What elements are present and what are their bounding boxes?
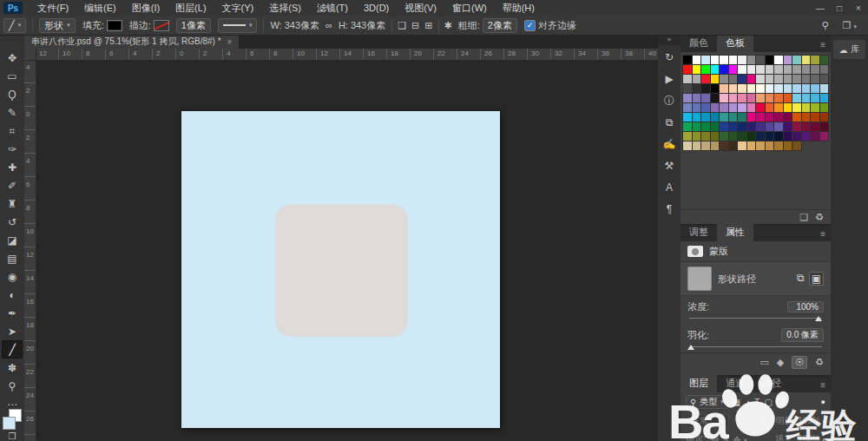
color-swatch[interactable] <box>729 132 738 141</box>
tool-preset-picker[interactable]: ╱ ▾ <box>3 18 26 33</box>
tool-presets-panel-icon[interactable]: ⚒ <box>660 156 679 175</box>
gear-icon[interactable]: ✱ <box>442 20 455 31</box>
color-swatch[interactable] <box>802 84 811 93</box>
mask-edge-icon[interactable]: ▣ <box>809 272 824 286</box>
color-swatch[interactable] <box>802 132 811 141</box>
rounded-rectangle-shape[interactable] <box>275 204 408 337</box>
feather-slider[interactable]: 羽化: 0.0 像素 <box>681 324 831 352</box>
opacity-control[interactable]: 不透明度: 100% ▾ <box>759 415 825 427</box>
path-selection-tool[interactable]: ➤ <box>2 322 23 340</box>
color-swatch[interactable] <box>701 132 710 141</box>
color-swatch[interactable] <box>756 56 765 64</box>
color-swatch[interactable] <box>784 94 792 102</box>
color-swatch[interactable] <box>784 75 792 83</box>
color-swatch[interactable] <box>711 103 720 112</box>
brush-tool[interactable]: ✐ <box>2 176 23 194</box>
filter-shape-layers-icon[interactable]: ▢ <box>764 398 772 407</box>
color-swatch[interactable] <box>693 103 701 112</box>
horizontal-ruler[interactable]: 1210864202468101214161820222426283032343… <box>36 49 658 61</box>
color-swatch[interactable] <box>784 142 792 150</box>
filter-smart-objects-icon[interactable]: ❐ <box>777 398 785 407</box>
color-swatch[interactable] <box>802 113 811 122</box>
color-swatch[interactable] <box>683 132 692 141</box>
ruler-origin[interactable] <box>24 49 36 61</box>
color-swatch[interactable] <box>766 103 774 112</box>
actions-panel-icon[interactable]: ▶ <box>660 69 679 89</box>
color-swatch[interactable] <box>711 132 720 141</box>
color-swatch[interactable] <box>820 65 829 74</box>
color-swatch[interactable] <box>774 132 783 141</box>
color-swatch[interactable] <box>747 132 756 141</box>
color-swatch[interactable] <box>756 122 765 131</box>
tab-channels[interactable]: 通道 <box>717 375 753 392</box>
color-swatch[interactable] <box>701 113 710 122</box>
color-swatch[interactable] <box>683 56 692 64</box>
color-swatch[interactable] <box>701 65 710 74</box>
color-swatch[interactable] <box>738 75 746 83</box>
document-tab[interactable]: 串讲八作业.psd @ 75.1%(矩形 1 拷贝, RGB/8#) * × <box>24 35 240 49</box>
color-swatch[interactable] <box>792 142 801 150</box>
add-mask-icon[interactable]: ⧉ <box>797 272 805 286</box>
color-swatch[interactable] <box>784 103 792 112</box>
color-swatch[interactable] <box>711 113 720 122</box>
tab-swatches[interactable]: 色板 <box>717 35 753 52</box>
tab-paths[interactable]: 路径 <box>753 375 790 392</box>
menu-item-6[interactable]: 滤镜(T) <box>309 0 356 16</box>
slider-knob[interactable] <box>815 316 822 321</box>
mask-visibility-icon[interactable]: ☉ <box>792 356 807 369</box>
color-swatch[interactable] <box>802 103 811 112</box>
color-swatch[interactable] <box>802 56 811 64</box>
color-swatch[interactable] <box>811 122 819 131</box>
gradient-tool[interactable]: ▤ <box>2 249 23 267</box>
panel-menu-icon[interactable]: ≡ <box>815 380 831 392</box>
color-swatch[interactable] <box>774 103 783 112</box>
color-swatch[interactable] <box>711 84 720 93</box>
color-swatch[interactable] <box>693 84 701 93</box>
color-swatch[interactable] <box>683 65 692 74</box>
color-swatch[interactable] <box>747 94 756 102</box>
density-slider[interactable]: 浓度: 100% <box>681 296 831 324</box>
color-swatch[interactable] <box>784 56 792 64</box>
color-swatch[interactable] <box>820 122 829 131</box>
color-swatch[interactable] <box>811 132 819 141</box>
color-swatch[interactable] <box>711 75 720 83</box>
color-swatch[interactable] <box>683 113 692 122</box>
dodge-tool[interactable]: ◐ <box>2 286 23 304</box>
color-swatch[interactable] <box>720 56 728 64</box>
blend-mode-select[interactable]: 正常 ▾ <box>686 414 729 428</box>
link-dimensions-icon[interactable]: ∞ <box>323 20 335 30</box>
tab-layers[interactable]: 图层 <box>681 375 717 392</box>
trash-icon[interactable]: ♻ <box>815 212 824 223</box>
move-tool[interactable]: ✥ <box>2 49 23 67</box>
color-swatch[interactable] <box>729 56 738 64</box>
color-swatch[interactable] <box>701 103 710 112</box>
color-swatch[interactable] <box>747 65 756 74</box>
color-swatch[interactable] <box>747 56 756 64</box>
color-swatch[interactable] <box>784 84 792 93</box>
vertical-ruler[interactable]: 4202468101214161820222426 <box>24 60 36 441</box>
path-operations-icon[interactable]: ❑ <box>395 20 409 31</box>
path-alignment-icon[interactable]: ⊟ <box>409 20 422 31</box>
filter-type-layers-icon[interactable]: T <box>754 398 760 407</box>
lasso-tool[interactable]: Ϙ <box>2 85 23 103</box>
color-swatch[interactable] <box>756 103 765 112</box>
fill-control-layers[interactable]: 填充: 100% ▾ <box>776 433 825 441</box>
foreground-color-chip[interactable] <box>3 417 16 430</box>
paragraph-panel-icon[interactable]: ¶ <box>660 200 679 219</box>
document-canvas[interactable] <box>181 111 500 428</box>
menu-item-9[interactable]: 窗口(W) <box>444 0 495 16</box>
menu-item-10[interactable]: 帮助(H) <box>495 0 542 16</box>
color-swatch[interactable] <box>792 65 801 74</box>
canvas-area[interactable]: 1210864202468101214161820222426283032343… <box>24 49 658 441</box>
color-swatch[interactable] <box>811 94 819 102</box>
color-swatch[interactable] <box>729 75 738 83</box>
color-swatch[interactable] <box>811 103 819 112</box>
color-swatch[interactable] <box>720 65 728 74</box>
minimize-button[interactable]: — <box>811 0 830 16</box>
color-swatch[interactable] <box>701 94 710 102</box>
color-swatch[interactable] <box>720 84 728 93</box>
maximize-button[interactable]: □ <box>830 0 849 16</box>
mask-thumbnail[interactable] <box>687 267 712 291</box>
color-swatch[interactable] <box>811 75 819 83</box>
color-swatch[interactable] <box>792 122 801 131</box>
